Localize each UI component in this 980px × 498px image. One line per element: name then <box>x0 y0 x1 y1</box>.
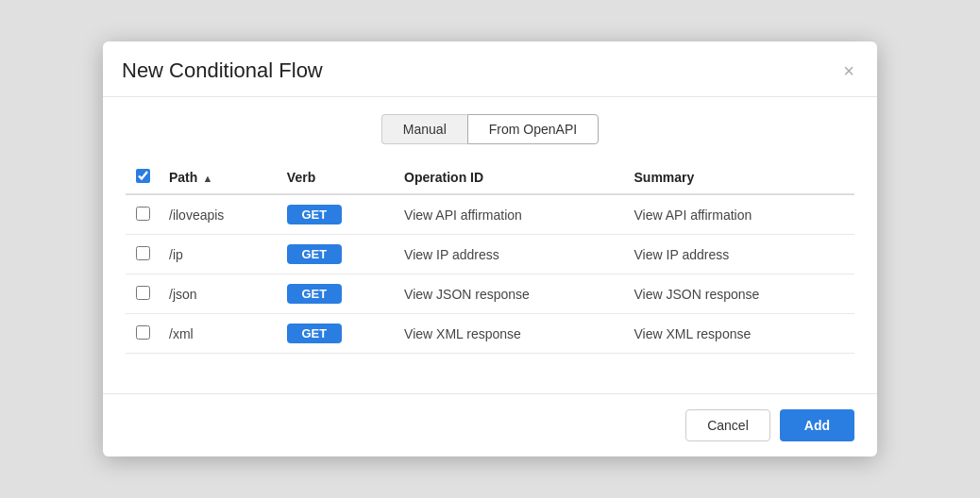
row-operation-id: View IP address <box>395 235 624 274</box>
row-summary: View JSON response <box>625 274 854 314</box>
add-button[interactable]: Add <box>780 409 854 441</box>
dialog-body: Manual From OpenAPI Path ▲ Verb Operatio… <box>103 97 877 384</box>
row-checkbox-cell <box>126 194 160 235</box>
tab-manual[interactable]: Manual <box>381 114 467 144</box>
row-summary: View API affirmation <box>625 194 854 235</box>
row-path: /iloveapis <box>160 194 278 235</box>
tab-from-openapi[interactable]: From OpenAPI <box>467 114 599 144</box>
verb-badge: GET <box>287 244 342 264</box>
table-row: /xmlGETView XML responseView XML respons… <box>126 314 854 354</box>
header-summary: Summary <box>625 161 854 194</box>
table-row: /ipGETView IP addressView IP address <box>126 235 854 274</box>
row-operation-id: View JSON response <box>395 274 624 314</box>
row-verb: GET <box>278 314 395 354</box>
close-button[interactable]: × <box>839 61 858 80</box>
row-operation-id: View API affirmation <box>395 194 624 235</box>
api-table: Path ▲ Verb Operation ID Summary /ilovea… <box>126 161 854 354</box>
header-verb: Verb <box>278 161 395 194</box>
row-verb: GET <box>278 235 395 274</box>
new-conditional-flow-dialog: New Conditional Flow × Manual From OpenA… <box>103 42 877 456</box>
select-all-checkbox[interactable] <box>136 169 150 183</box>
row-checkbox-row-ip[interactable] <box>136 246 150 260</box>
header-checkbox-col <box>126 161 160 194</box>
table-header-row: Path ▲ Verb Operation ID Summary <box>126 161 854 194</box>
row-verb: GET <box>278 194 395 235</box>
row-path: /ip <box>160 235 278 274</box>
row-checkbox-row-xml[interactable] <box>136 325 150 340</box>
row-operation-id: View XML response <box>395 314 624 354</box>
verb-badge: GET <box>287 205 342 224</box>
row-summary: View XML response <box>625 314 854 354</box>
row-checkbox-cell <box>126 274 160 314</box>
row-path: /json <box>160 274 278 314</box>
verb-badge: GET <box>287 284 342 304</box>
row-checkbox-cell <box>126 314 160 354</box>
table-row: /jsonGETView JSON responseView JSON resp… <box>126 274 854 314</box>
row-checkbox-row-json[interactable] <box>136 286 150 300</box>
table-row: /iloveapisGETView API affirmationView AP… <box>126 194 854 235</box>
dialog-header: New Conditional Flow × <box>103 42 877 97</box>
row-verb: GET <box>278 274 395 314</box>
dialog-footer: Cancel Add <box>103 393 877 456</box>
header-operation-id: Operation ID <box>395 161 624 194</box>
header-path: Path ▲ <box>160 161 278 194</box>
row-checkbox-row-iloveapis[interactable] <box>136 207 150 221</box>
row-checkbox-cell <box>126 235 160 274</box>
dialog-title: New Conditional Flow <box>122 58 323 83</box>
path-sort-icon: ▲ <box>199 173 212 184</box>
row-path: /xml <box>160 314 278 354</box>
tab-bar: Manual From OpenAPI <box>126 114 854 144</box>
cancel-button[interactable]: Cancel <box>685 409 770 441</box>
verb-badge: GET <box>287 324 342 343</box>
row-summary: View IP address <box>625 235 854 274</box>
